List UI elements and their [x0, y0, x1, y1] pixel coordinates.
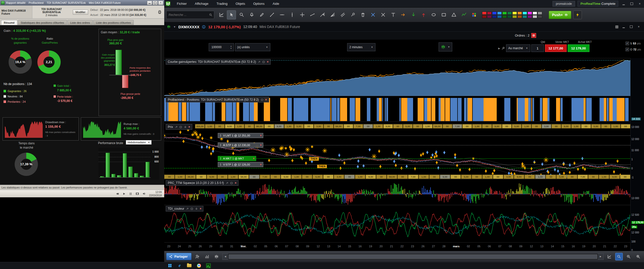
scrollbar-thumb[interactable] [229, 254, 597, 259]
toolbar-tool-button[interactable] [227, 10, 236, 19]
palette-color[interactable] [492, 12, 497, 15]
minimize-icon[interactable] [621, 24, 626, 29]
cancel-order-icon[interactable]: × [260, 134, 262, 137]
order-type-dropdown[interactable]: Au marché▼ [506, 44, 530, 52]
toolbar-tool-button[interactable] [449, 10, 458, 19]
window-icon[interactable] [179, 126, 182, 128]
units-dropdown[interactable]: (x) unités▼ [235, 43, 270, 51]
toolbar-tool-button[interactable] [439, 10, 448, 19]
symbol-label[interactable]: DXMXXXXX [178, 25, 199, 29]
time-axis[interactable]: 23242526293031févr.020506070809121314151… [164, 242, 630, 250]
spread-row[interactable]: ✓ S53pts [626, 40, 641, 46]
taskbar-item-ie[interactable]: e [176, 263, 183, 269]
window-icon[interactable] [190, 207, 193, 210]
palette-color[interactable] [502, 15, 507, 18]
palette-color[interactable] [528, 12, 532, 15]
order-label[interactable]: A:MKT 1 @ MKT × [218, 156, 256, 161]
toolbar-tool-button[interactable] [318, 10, 327, 19]
palette-color[interactable] [512, 12, 517, 15]
close-icon[interactable]: × [637, 2, 642, 6]
print-icon[interactable] [155, 6, 164, 18]
close-icon[interactable]: × [188, 125, 190, 128]
film-icon[interactable] [135, 192, 139, 196]
menu-item[interactable]: Aide [269, 2, 283, 6]
palette-color[interactable] [538, 12, 542, 15]
palette-color[interactable] [517, 12, 522, 15]
window-icon[interactable] [230, 182, 233, 184]
cancel-order-icon[interactable]: × [260, 144, 262, 147]
toolbar-tool-button[interactable] [378, 10, 388, 19]
add-indicator-button[interactable]: ▼ [439, 42, 452, 51]
report-tab[interactable]: Résumé [1, 20, 17, 25]
palette-color[interactable] [507, 15, 512, 18]
chart-scrollbar[interactable]: ◀ ▶ [222, 253, 604, 260]
palette-color[interactable] [482, 12, 487, 15]
orders-count[interactable]: Ordres : 2 [515, 34, 530, 37]
chart-columns-button[interactable] [203, 253, 211, 260]
close-icon[interactable]: × [235, 181, 236, 184]
toolbar-tool-button[interactable] [409, 10, 418, 19]
checkbox-checked-icon[interactable]: ✓ [626, 48, 629, 51]
push-button[interactable]: Push+ [549, 11, 571, 19]
zoom-in-button[interactable] [634, 253, 642, 260]
window-icon[interactable] [261, 98, 264, 101]
toolbar-tool-button[interactable] [237, 10, 246, 19]
toolbar-tool-button[interactable] [277, 10, 287, 19]
alarm-icon[interactable] [195, 207, 198, 210]
palette-color[interactable] [497, 12, 502, 15]
close-icon[interactable]: × [636, 24, 641, 29]
close-icon[interactable]: × [265, 98, 267, 101]
report-tab[interactable]: Liste des positions clôturées [93, 20, 134, 25]
report-tab[interactable]: Statistiques des positions clôturées [18, 20, 67, 25]
taskbar-item-trading-app[interactable] [205, 263, 212, 269]
palette-color[interactable] [487, 15, 492, 18]
toolbar-tool-button[interactable] [399, 10, 408, 19]
close-icon[interactable]: × [158, 1, 163, 5]
taskbar-item-explorer[interactable] [185, 263, 193, 269]
maximize-icon[interactable] [628, 24, 634, 29]
orders-icon[interactable] [531, 33, 536, 38]
share-button[interactable]: Partager [166, 253, 192, 260]
palette-color[interactable] [487, 12, 492, 15]
scroll-right-icon[interactable]: ▶ [598, 254, 603, 260]
palette-color[interactable] [533, 15, 537, 18]
palette-color[interactable] [533, 12, 537, 15]
wrench-icon[interactable] [186, 207, 189, 210]
palette-color[interactable] [522, 12, 527, 15]
modify-button[interactable]: Modifier [73, 10, 88, 15]
maximize-icon[interactable] [629, 2, 634, 6]
report-titlebar[interactable]: Rapport détaillé ProBacktest TDI SURACHA… [0, 0, 164, 6]
drag-handle-icon[interactable] [219, 134, 222, 137]
order-label[interactable]: V:LMT 1 @ 12 251,00 × [218, 133, 263, 138]
toolbar-tool-button[interactable] [429, 10, 438, 19]
spread-row[interactable]: ✓ O72pts [626, 46, 641, 52]
zoom-select-button[interactable] [615, 253, 623, 260]
maximize-icon[interactable] [153, 1, 158, 5]
order-label[interactable]: A:STP 1 @ 12 230,00 × [218, 143, 263, 148]
toolbar-tool-button[interactable] [358, 10, 367, 19]
positions-panel-title[interactable]: ProBacktest - Positions: TDI SURACHAT SU… [166, 97, 269, 102]
window-icon[interactable] [262, 61, 265, 63]
cancel-order-icon[interactable]: × [260, 163, 262, 166]
palette-color[interactable] [502, 12, 507, 15]
stepper-arrows[interactable]: ▲▼ [230, 45, 232, 49]
layout-grid-icon[interactable] [615, 25, 619, 29]
chart-window-titlebar[interactable]: ▼ DXMXXXXX 12 179,00 (-1,07%) 12:09:40 M… [164, 22, 644, 32]
toolbar-tool-button[interactable] [308, 10, 317, 19]
sell-market-button[interactable]: 12 177,00 [545, 44, 567, 52]
toolbar-tool-button[interactable] [469, 10, 479, 19]
info-icon[interactable] [202, 25, 206, 29]
toolbar-tool-button[interactable] [267, 10, 276, 19]
quantity-stepper[interactable]: ▲▼ [209, 43, 234, 51]
price-chart[interactable] [164, 124, 630, 179]
pause-icon[interactable] [129, 192, 132, 196]
toolbar-tool-button[interactable] [257, 10, 266, 19]
toolbar-tool-button[interactable] [338, 10, 347, 19]
menu-item[interactable]: Objets [232, 2, 249, 6]
period-select[interactable]: Hebdomadaire▼ [126, 140, 152, 145]
minimize-icon[interactable] [147, 1, 152, 5]
drag-handle-icon[interactable] [219, 163, 222, 166]
search-input[interactable] [168, 13, 207, 17]
chevron-down-icon[interactable]: ▼ [173, 25, 176, 28]
add-user-button[interactable] [194, 253, 201, 260]
